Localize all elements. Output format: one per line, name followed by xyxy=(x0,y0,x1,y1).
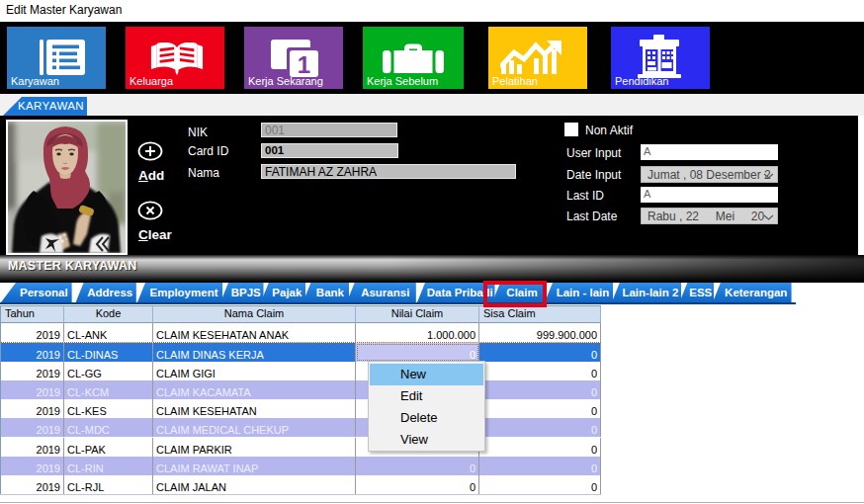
svg-text:1: 1 xyxy=(298,51,310,77)
